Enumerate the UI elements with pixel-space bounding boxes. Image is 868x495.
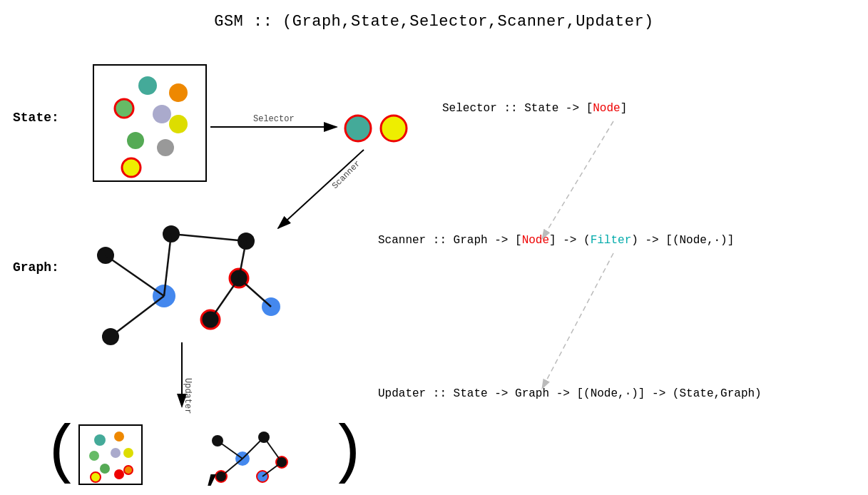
svg-line-39 <box>242 437 264 459</box>
scanner-sig-text: Scanner :: Graph -> [Node] -> (Filter) -… <box>378 234 734 247</box>
svg-line-13 <box>278 150 364 228</box>
scanner-arrow-label: Scanner <box>330 158 363 191</box>
svg-point-7 <box>122 158 141 177</box>
output-paren-right: ) <box>328 421 367 485</box>
selected-nodes <box>342 109 421 152</box>
svg-point-36 <box>257 471 268 482</box>
svg-point-47 <box>123 448 133 458</box>
svg-point-50 <box>114 469 124 479</box>
output-paren-left: ( <box>43 421 81 485</box>
graph-label: Graph: <box>13 260 59 275</box>
svg-point-33 <box>212 435 223 446</box>
svg-point-48 <box>100 464 110 474</box>
svg-point-24 <box>102 328 119 345</box>
svg-point-23 <box>262 297 280 316</box>
svg-line-41 <box>262 462 282 476</box>
svg-line-15 <box>542 121 613 239</box>
updater-sig-text: Updater :: State -> Graph -> [(Node,·)] … <box>378 387 762 400</box>
svg-point-17 <box>153 285 175 307</box>
svg-point-46 <box>111 448 121 458</box>
svg-line-40 <box>264 437 282 462</box>
svg-point-21 <box>230 269 248 287</box>
svg-point-22 <box>201 310 220 329</box>
svg-point-20 <box>238 233 255 250</box>
selector-arrow-label: Selector <box>253 114 295 124</box>
svg-point-6 <box>157 139 174 156</box>
svg-point-51 <box>124 466 133 474</box>
svg-line-27 <box>171 234 246 241</box>
svg-point-45 <box>89 451 99 461</box>
svg-line-25 <box>106 255 164 296</box>
selector-type-sig: Selector :: State -> [Node] <box>442 102 627 115</box>
svg-point-19 <box>163 225 180 243</box>
updater-arrow-label: Updater <box>183 378 193 414</box>
page-title: GSM :: (Graph,State,Selector,Scanner,Upd… <box>0 13 868 31</box>
svg-point-2 <box>115 99 133 118</box>
selector-sig-text: Selector :: State -> [Node] <box>442 102 627 115</box>
svg-line-31 <box>111 296 164 337</box>
svg-point-5 <box>127 132 144 149</box>
svg-point-44 <box>114 432 124 442</box>
svg-point-34 <box>258 432 270 443</box>
updater-type-sig: Updater :: State -> Graph -> [(Node,·)] … <box>378 387 762 400</box>
svg-line-28 <box>239 241 246 278</box>
svg-point-3 <box>153 105 171 123</box>
svg-point-32 <box>235 451 250 466</box>
state-label: State: <box>13 111 59 125</box>
svg-line-26 <box>164 234 171 296</box>
svg-line-30 <box>239 278 271 307</box>
svg-point-18 <box>97 247 114 264</box>
output-comma: , <box>203 449 225 490</box>
svg-point-1 <box>169 83 188 102</box>
svg-point-43 <box>94 434 106 446</box>
small-state-box <box>78 424 143 485</box>
svg-point-49 <box>91 472 101 482</box>
state-box <box>93 64 207 182</box>
svg-line-29 <box>210 278 239 320</box>
scanner-type-sig: Scanner :: Graph -> [Node] -> (Filter) -… <box>378 234 734 247</box>
svg-point-35 <box>276 456 287 468</box>
svg-point-4 <box>169 115 188 133</box>
svg-line-16 <box>542 253 613 389</box>
svg-point-0 <box>138 76 157 95</box>
svg-point-8 <box>345 116 371 141</box>
svg-point-9 <box>381 116 407 141</box>
